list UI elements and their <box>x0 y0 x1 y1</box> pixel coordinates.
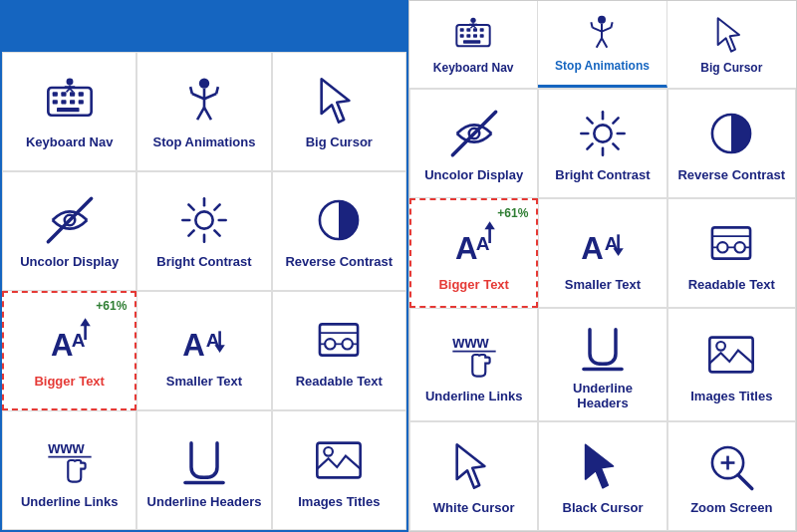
cell-label-uncolor-display-r: Uncolor Display <box>424 167 523 182</box>
icon-uncolor <box>44 194 96 246</box>
icon-stop-anim <box>178 75 230 127</box>
icon-smaller-text <box>178 314 230 366</box>
left-panel: Keyboard NavStop AnimationsBig CursorUnc… <box>0 0 408 532</box>
cell-label-zoom-screen-r: Zoom Screen <box>690 500 772 515</box>
icon-bright <box>178 194 230 246</box>
grid-cell-smaller-text[interactable]: Smaller Text <box>136 291 271 411</box>
icon-bigger-text <box>448 217 500 269</box>
icon-readable <box>313 314 365 366</box>
icon-underline-links <box>44 434 96 486</box>
right-topbar: Keyboard NavStop AnimationsBig Cursor <box>409 1 796 89</box>
icon-bright <box>577 108 629 159</box>
topbar-cell-stop-animations-top[interactable]: Stop Animations <box>538 1 666 88</box>
cell-label-readable-text-r: Readable Text <box>688 277 775 292</box>
grid-cell-white-cursor-r[interactable]: White Cursor <box>409 421 538 531</box>
grid-cell-zoom-screen-r[interactable]: Zoom Screen <box>667 421 796 531</box>
right-panel: Keyboard NavStop AnimationsBig Cursor Un… <box>408 0 797 532</box>
cell-label-underline-links-r: Underline Links <box>425 389 523 403</box>
icon-reverse <box>313 194 365 246</box>
icon-images-titles <box>313 434 365 486</box>
cell-label-bigger-text: Bigger Text <box>34 374 105 389</box>
icon-bigger-text <box>44 314 96 366</box>
cell-label-white-cursor-r: White Cursor <box>433 500 515 515</box>
topbar-icon-cursor <box>711 15 751 55</box>
grid-cell-big-cursor[interactable]: Big Cursor <box>272 52 406 171</box>
icon-uncolor <box>448 108 500 159</box>
cell-label-keyboard-nav: Keyboard Nav <box>26 134 113 149</box>
cell-label-big-cursor: Big Cursor <box>306 134 373 149</box>
grid-cell-reverse-contrast[interactable]: Reverse Contrast <box>272 171 406 291</box>
topbar-label-stop-animations-top: Stop Animations <box>555 59 650 73</box>
cell-label-images-titles: Images Titles <box>298 494 380 509</box>
cell-label-uncolor-display: Uncolor Display <box>20 254 119 269</box>
icon-smaller-text <box>577 217 629 269</box>
grid-cell-underline-headers-r[interactable]: Underline Headers <box>538 308 666 421</box>
badge-bigger-text: +61% <box>96 299 127 313</box>
grid-cell-bigger-text-r[interactable]: +61%Bigger Text <box>409 198 538 308</box>
grid-cell-smaller-text-r[interactable]: Smaller Text <box>538 198 666 308</box>
cell-label-smaller-text-r: Smaller Text <box>565 277 641 292</box>
grid-cell-readable-text[interactable]: Readable Text <box>272 291 406 411</box>
left-header <box>2 2 406 52</box>
icon-cursor <box>313 75 365 127</box>
cell-label-bigger-text-r: Bigger Text <box>438 277 509 292</box>
icon-keyboard <box>44 75 96 127</box>
icon-reverse <box>705 108 757 159</box>
topbar-icon-keyboard <box>453 15 493 55</box>
icon-white-cursor <box>448 440 500 492</box>
cell-label-reverse-contrast: Reverse Contrast <box>285 254 393 269</box>
cell-label-bright-contrast-r: Bright Contrast <box>555 167 650 182</box>
cell-label-underline-links: Underline Links <box>21 494 119 509</box>
icon-black-cursor <box>577 440 629 492</box>
icon-readable <box>705 217 757 269</box>
grid-cell-underline-links[interactable]: Underline Links <box>2 410 136 530</box>
grid-cell-uncolor-display-r[interactable]: Uncolor Display <box>409 89 538 198</box>
cell-label-stop-animations: Stop Animations <box>153 134 256 149</box>
topbar-cell-big-cursor-top[interactable]: Big Cursor <box>667 1 796 88</box>
grid-cell-bigger-text[interactable]: +61%Bigger Text <box>2 291 136 411</box>
cell-label-underline-headers: Underline Headers <box>147 494 262 509</box>
grid-cell-bright-contrast-r[interactable]: Bright Contrast <box>538 89 666 198</box>
icon-underline-links <box>448 329 500 381</box>
grid-cell-black-cursor-r[interactable]: Black Cursor <box>538 421 666 531</box>
cell-label-bright-contrast: Bright Contrast <box>156 254 251 269</box>
grid-cell-uncolor-display[interactable]: Uncolor Display <box>2 171 136 291</box>
cell-label-black-cursor-r: Black Cursor <box>563 500 644 515</box>
cell-label-smaller-text: Smaller Text <box>166 374 242 389</box>
grid-cell-underline-links-r[interactable]: Underline Links <box>409 308 538 421</box>
topbar-icon-stop-anim <box>582 13 622 53</box>
right-grid: Uncolor DisplayBright ContrastReverse Co… <box>409 89 796 531</box>
topbar-cell-keyboard-nav-top[interactable]: Keyboard Nav <box>409 1 538 88</box>
grid-cell-stop-animations[interactable]: Stop Animations <box>136 52 271 171</box>
cell-label-images-titles-r: Images Titles <box>690 389 772 403</box>
icon-underline-headers <box>577 321 629 373</box>
grid-cell-reverse-contrast-r[interactable]: Reverse Contrast <box>667 89 796 198</box>
grid-cell-images-titles-r[interactable]: Images Titles <box>667 308 796 421</box>
grid-cell-images-titles[interactable]: Images Titles <box>272 410 406 530</box>
topbar-label-big-cursor-top: Big Cursor <box>700 61 762 75</box>
badge-bigger-text-r: +61% <box>497 206 528 220</box>
cell-label-reverse-contrast-r: Reverse Contrast <box>677 167 785 182</box>
grid-cell-underline-headers[interactable]: Underline Headers <box>136 410 271 530</box>
grid-cell-bright-contrast[interactable]: Bright Contrast <box>136 171 271 291</box>
cell-label-underline-headers-r: Underline Headers <box>547 381 658 410</box>
grid-cell-readable-text-r[interactable]: Readable Text <box>667 198 796 308</box>
cell-label-readable-text: Readable Text <box>296 374 383 389</box>
icon-images-titles <box>705 329 757 381</box>
icon-zoom-screen <box>705 440 757 492</box>
icon-underline-headers <box>178 434 230 486</box>
topbar-label-keyboard-nav-top: Keyboard Nav <box>433 61 514 75</box>
left-grid: Keyboard NavStop AnimationsBig CursorUnc… <box>2 52 406 530</box>
grid-cell-keyboard-nav[interactable]: Keyboard Nav <box>2 52 136 171</box>
